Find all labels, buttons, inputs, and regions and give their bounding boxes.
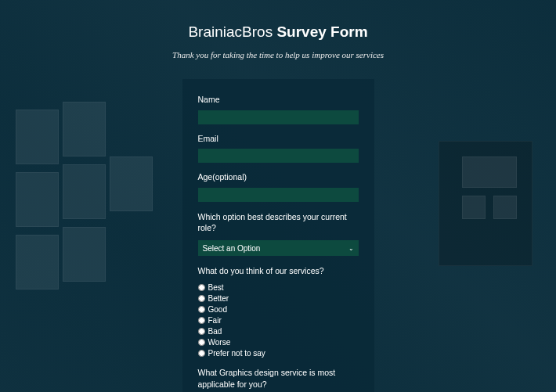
radio-fair[interactable] [198, 317, 205, 324]
radio-item: Bad [198, 327, 359, 336]
radio-label: Bad [208, 327, 222, 336]
title-brand: BrainiacBros [188, 23, 276, 40]
radio-bad[interactable] [198, 328, 205, 335]
radio-best[interactable] [198, 284, 205, 291]
radio-label: Fair [208, 316, 222, 325]
radio-label: Best [208, 283, 224, 292]
email-label: Email [198, 134, 359, 143]
radio-better[interactable] [198, 295, 205, 302]
role-question: Which option best describes your current… [198, 211, 359, 234]
role-select[interactable]: Select an Option [198, 240, 359, 256]
radio-label: Better [208, 294, 229, 303]
service-radio-group: Best Better Good Fair Bad Worse [198, 283, 359, 358]
page-title: BrainiacBros Survey Form [188, 23, 367, 41]
radio-label: Good [208, 305, 227, 314]
radio-item: Fair [198, 316, 359, 325]
radio-label: Prefer not to say [208, 349, 265, 358]
radio-item: Best [198, 283, 359, 292]
graphics-question: What Graphics design service is most app… [198, 367, 359, 390]
radio-prefer-not[interactable] [198, 350, 205, 357]
age-input[interactable] [198, 188, 359, 202]
radio-worse[interactable] [198, 339, 205, 346]
age-label: Age(optional) [198, 172, 359, 182]
radio-item: Good [198, 305, 359, 314]
radio-item: Prefer not to say [198, 349, 359, 358]
service-question: What do you think of our services? [198, 265, 359, 277]
name-input[interactable] [198, 110, 359, 124]
survey-form: Name Email Age(optional) Which option be… [182, 79, 374, 392]
name-label: Name [198, 95, 359, 104]
radio-label: Worse [208, 338, 231, 347]
radio-good[interactable] [198, 306, 205, 313]
email-input[interactable] [198, 149, 359, 163]
title-form: Survey Form [276, 23, 367, 40]
radio-item: Worse [198, 338, 359, 347]
page-subtitle: Thank you for taking the time to help us… [172, 50, 384, 59]
radio-item: Better [198, 294, 359, 303]
